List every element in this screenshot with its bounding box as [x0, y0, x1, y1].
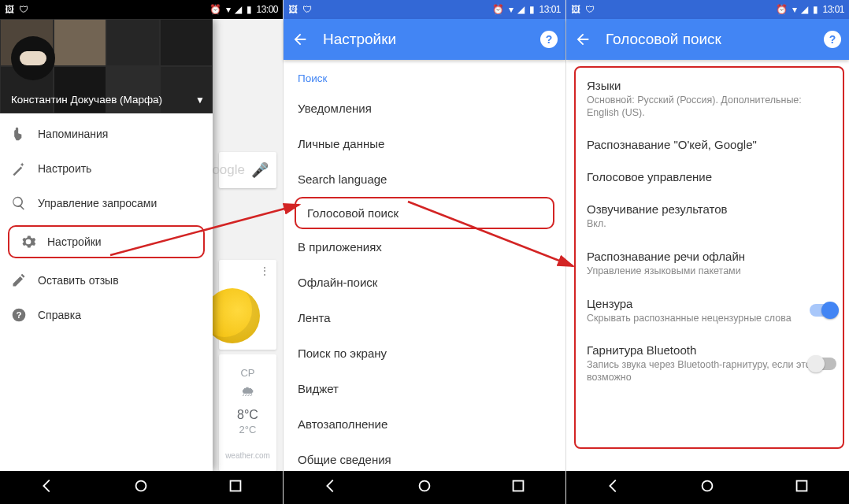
settings-row[interactable]: В приложениях	[284, 229, 565, 265]
settings-row[interactable]: Лента	[284, 300, 565, 335]
battery-icon: ▮	[529, 4, 535, 15]
recents-key[interactable]	[510, 477, 527, 498]
settings-row[interactable]: Голосовой поиск	[295, 197, 554, 229]
drawer-item-help[interactable]: ?Справка	[0, 298, 213, 332]
phone-3: 🖼 🛡 ⏰ ▾ ◢ ▮ 13:01 Голосовой поиск ? Язык…	[566, 0, 849, 504]
settings-row[interactable]: Офлайн-поиск	[284, 265, 565, 300]
toggle-switch[interactable]	[810, 358, 836, 370]
nav-bar	[284, 471, 565, 504]
help-icon: ?	[11, 307, 38, 323]
account-name: Константин Докучаев (Марфа)	[11, 94, 194, 106]
toggle-switch[interactable]	[810, 304, 836, 317]
voice-row[interactable]: ЦензураСкрывать распознанные нецензурные…	[576, 287, 843, 335]
recents-key[interactable]	[227, 477, 244, 498]
drawer-item-label: Справка	[38, 309, 81, 321]
row-subtitle: Основной: Русский (Россия). Дополнительн…	[587, 94, 832, 119]
settings-row[interactable]: Уведомления	[284, 91, 565, 126]
settings-row[interactable]: Автозаполнение	[284, 406, 565, 442]
image-icon: 🖼	[5, 4, 14, 15]
image-icon: 🖼	[571, 4, 580, 15]
shield-icon: 🛡	[19, 4, 28, 15]
voice-row[interactable]: Распознавание речи офлайнУправление язык…	[576, 240, 843, 287]
page-title: Настройки	[323, 31, 540, 48]
alarm-icon: ⏰	[492, 4, 504, 15]
row-title: Голосовое управление	[587, 170, 832, 183]
settings-row[interactable]: Поиск по экрану	[284, 335, 565, 371]
image-icon: 🖼	[288, 4, 298, 15]
nav-bar	[566, 471, 849, 504]
row-title: Языки	[587, 79, 832, 92]
svg-rect-7	[797, 481, 807, 491]
drawer-header[interactable]: Константин Докучаев (Марфа) ▼	[0, 19, 213, 113]
pencil-icon	[11, 272, 38, 288]
weather-source: weather.com	[225, 451, 270, 460]
nav-drawer: Константин Докучаев (Марфа) ▼ Напоминани…	[0, 19, 213, 471]
sun-illustration	[205, 288, 260, 343]
settings-row[interactable]: Виджет	[284, 371, 565, 406]
wand-icon	[11, 161, 38, 176]
voice-row[interactable]: Гарнитура BluetoothЗапись звука через Bl…	[576, 334, 843, 393]
weather-day: СР	[240, 367, 254, 379]
help-icon[interactable]: ?	[540, 31, 558, 48]
avatar[interactable]	[11, 36, 55, 80]
row-subtitle: Управление языковыми пакетами	[587, 265, 832, 278]
weather-low: 2°C	[239, 424, 257, 435]
phone-1: 🖼 🛡 ⏰ ▾ ◢ ▮ 13:00 oogle 🎤 ⋮ СР 🌧 8°C 2°C	[0, 0, 284, 504]
settings-row[interactable]: Search language	[284, 161, 565, 197]
drawer-item-gear[interactable]: Настройки	[8, 225, 205, 258]
wifi-icon: ▾	[226, 4, 231, 15]
row-title: Гарнитура Bluetooth	[587, 343, 832, 357]
back-button[interactable]	[574, 31, 606, 48]
back-button[interactable]	[291, 31, 323, 48]
settings-row[interactable]: Личные данные	[284, 126, 565, 161]
drawer-item-wand[interactable]: Настроить	[0, 151, 213, 186]
page-title: Голосовой поиск	[606, 31, 824, 48]
clock: 13:00	[256, 4, 278, 15]
phone-2: 🖼 🛡 ⏰ ▾ ◢ ▮ 13:01 Настройки ? Поиск Увед…	[284, 0, 566, 504]
highlight-box: ЯзыкиОсновной: Русский (Россия). Дополни…	[574, 66, 844, 449]
signal-icon: ◢	[235, 4, 242, 15]
weather-icon: 🌧	[241, 384, 255, 400]
alarm-icon: ⏰	[776, 4, 788, 15]
search-widget[interactable]: oogle 🎤	[219, 152, 276, 188]
svg-point-6	[703, 481, 713, 491]
finger-icon	[11, 126, 38, 142]
drawer-item-pencil[interactable]: Оставить отзыв	[0, 263, 213, 298]
mic-icon[interactable]: 🎤	[251, 161, 269, 179]
signal-icon: ◢	[517, 4, 525, 15]
svg-point-4	[420, 481, 430, 491]
row-title: Озвучивание результатов	[587, 202, 832, 216]
drawer-item-search[interactable]: Управление запросами	[0, 186, 213, 220]
drawer-item-finger[interactable]: Напоминания	[0, 117, 213, 151]
voice-row[interactable]: Озвучивание результатовВкл.	[576, 193, 843, 240]
app-bar: Голосовой поиск ?	[566, 19, 849, 60]
gear-icon	[20, 234, 47, 250]
help-icon[interactable]: ?	[824, 31, 841, 48]
voice-row[interactable]: Голосовое управление	[576, 161, 843, 193]
home-key[interactable]	[132, 477, 150, 498]
back-key[interactable]	[322, 477, 339, 498]
weather-card[interactable]: СР 🌧 8°C 2°C weather.com	[219, 354, 276, 471]
row-title: Распознавание "О'кей, Google"	[587, 138, 832, 151]
weather-high: 8°C	[237, 408, 258, 422]
battery-icon: ▮	[247, 4, 252, 15]
chevron-down-icon[interactable]: ▼	[195, 94, 205, 106]
back-key[interactable]	[605, 477, 622, 498]
recents-key[interactable]	[793, 477, 810, 498]
status-bar: 🖼 🛡 ⏰ ▾ ◢ ▮ 13:01	[566, 0, 849, 19]
now-card[interactable]: ⋮	[219, 260, 276, 350]
wifi-icon: ▾	[509, 4, 513, 15]
home-key[interactable]	[699, 477, 716, 498]
row-subtitle: Вкл.	[587, 218, 832, 231]
clock: 13:01	[822, 4, 844, 15]
signal-icon: ◢	[801, 4, 808, 15]
back-key[interactable]	[39, 477, 56, 498]
svg-text:?: ?	[16, 309, 21, 320]
search-hint: oogle	[212, 162, 245, 178]
voice-row[interactable]: ЯзыкиОсновной: Русский (Россия). Дополни…	[576, 69, 843, 128]
overflow-icon[interactable]: ⋮	[259, 265, 270, 277]
search-icon	[11, 195, 38, 211]
voice-row[interactable]: Распознавание "О'кей, Google"	[576, 128, 843, 161]
drawer-item-label: Настроить	[38, 162, 91, 175]
home-key[interactable]	[416, 477, 433, 498]
